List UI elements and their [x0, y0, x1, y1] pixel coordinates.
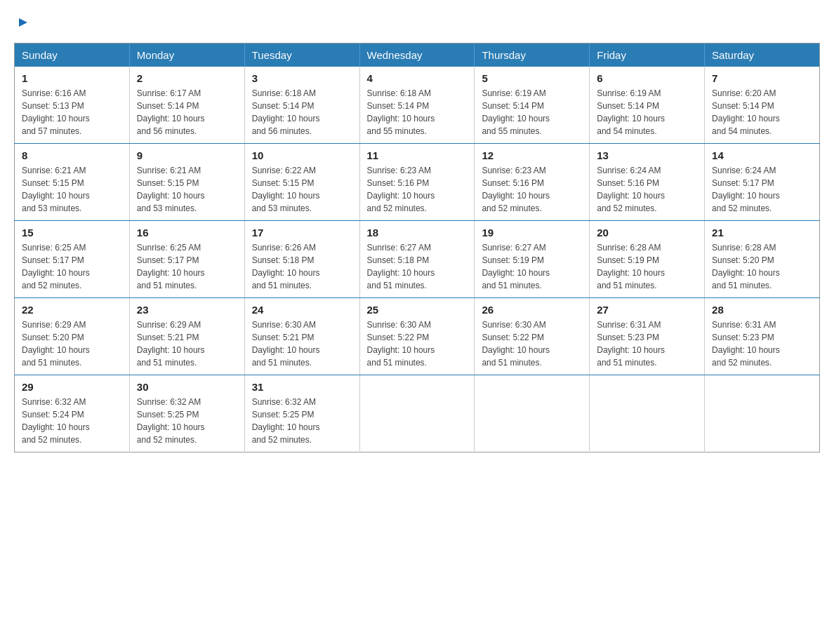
- day-number: 9: [137, 149, 237, 161]
- calendar-cell: 10 Sunrise: 6:22 AMSunset: 5:15 PMDaylig…: [244, 144, 359, 221]
- day-info: Sunrise: 6:18 AMSunset: 5:14 PMDaylight:…: [367, 88, 435, 136]
- day-number: 4: [367, 72, 468, 84]
- day-number: 28: [712, 304, 812, 316]
- calendar-cell: [475, 375, 590, 452]
- day-info: Sunrise: 6:24 AMSunset: 5:16 PMDaylight:…: [597, 166, 665, 213]
- logo-arrow-icon: [16, 15, 30, 32]
- day-info: Sunrise: 6:30 AMSunset: 5:22 PMDaylight:…: [367, 320, 435, 368]
- calendar-cell: 18 Sunrise: 6:27 AMSunset: 5:18 PMDaylig…: [359, 221, 475, 298]
- day-number: 17: [252, 227, 352, 239]
- weekday-header-row: SundayMondayTuesdayWednesdayThursdayFrid…: [15, 43, 820, 67]
- calendar-cell: 4 Sunrise: 6:18 AMSunset: 5:14 PMDayligh…: [359, 67, 475, 144]
- day-number: 22: [22, 304, 122, 316]
- header-tuesday: Tuesday: [244, 43, 359, 67]
- calendar-cell: 17 Sunrise: 6:26 AMSunset: 5:18 PMDaylig…: [244, 221, 359, 298]
- day-info: Sunrise: 6:23 AMSunset: 5:16 PMDaylight:…: [367, 166, 435, 213]
- calendar-cell: 24 Sunrise: 6:30 AMSunset: 5:21 PMDaylig…: [244, 298, 359, 375]
- svg-marker-0: [19, 18, 27, 27]
- day-info: Sunrise: 6:18 AMSunset: 5:14 PMDaylight:…: [252, 88, 320, 136]
- header-wednesday: Wednesday: [359, 43, 475, 67]
- day-number: 20: [597, 227, 697, 239]
- day-number: 11: [367, 149, 468, 161]
- day-number: 1: [22, 72, 122, 84]
- day-info: Sunrise: 6:27 AMSunset: 5:19 PMDaylight:…: [482, 243, 550, 290]
- day-number: 25: [367, 304, 468, 316]
- day-number: 5: [482, 72, 582, 84]
- week-row-3: 15 Sunrise: 6:25 AMSunset: 5:17 PMDaylig…: [15, 221, 820, 298]
- day-info: Sunrise: 6:25 AMSunset: 5:17 PMDaylight:…: [22, 243, 90, 290]
- day-number: 6: [597, 72, 697, 84]
- day-number: 26: [482, 304, 582, 316]
- calendar-cell: 5 Sunrise: 6:19 AMSunset: 5:14 PMDayligh…: [475, 67, 590, 144]
- calendar-cell: 29 Sunrise: 6:32 AMSunset: 5:24 PMDaylig…: [15, 375, 130, 452]
- week-row-1: 1 Sunrise: 6:16 AMSunset: 5:13 PMDayligh…: [15, 67, 820, 144]
- calendar-cell: 22 Sunrise: 6:29 AMSunset: 5:20 PMDaylig…: [15, 298, 130, 375]
- calendar-cell: 8 Sunrise: 6:21 AMSunset: 5:15 PMDayligh…: [15, 144, 130, 221]
- day-number: 15: [22, 227, 122, 239]
- header-saturday: Saturday: [705, 43, 820, 67]
- day-info: Sunrise: 6:32 AMSunset: 5:25 PMDaylight:…: [137, 397, 205, 445]
- calendar-cell: 13 Sunrise: 6:24 AMSunset: 5:16 PMDaylig…: [590, 144, 705, 221]
- day-info: Sunrise: 6:29 AMSunset: 5:21 PMDaylight:…: [137, 320, 205, 368]
- calendar-cell: 11 Sunrise: 6:23 AMSunset: 5:16 PMDaylig…: [359, 144, 475, 221]
- day-number: 30: [137, 381, 237, 393]
- calendar-cell: 16 Sunrise: 6:25 AMSunset: 5:17 PMDaylig…: [129, 221, 244, 298]
- header-monday: Monday: [129, 43, 244, 67]
- day-info: Sunrise: 6:21 AMSunset: 5:15 PMDaylight:…: [137, 166, 205, 213]
- calendar-table: SundayMondayTuesdayWednesdayThursdayFrid…: [14, 43, 820, 452]
- calendar-cell: [590, 375, 705, 452]
- day-number: 29: [22, 381, 122, 393]
- calendar-cell: 15 Sunrise: 6:25 AMSunset: 5:17 PMDaylig…: [15, 221, 130, 298]
- day-info: Sunrise: 6:31 AMSunset: 5:23 PMDaylight:…: [712, 320, 780, 368]
- day-info: Sunrise: 6:32 AMSunset: 5:24 PMDaylight:…: [22, 397, 90, 445]
- calendar-cell: 3 Sunrise: 6:18 AMSunset: 5:14 PMDayligh…: [244, 67, 359, 144]
- calendar-cell: 21 Sunrise: 6:28 AMSunset: 5:20 PMDaylig…: [705, 221, 820, 298]
- day-info: Sunrise: 6:30 AMSunset: 5:22 PMDaylight:…: [482, 320, 550, 368]
- header-sunday: Sunday: [15, 43, 130, 67]
- calendar-cell: 6 Sunrise: 6:19 AMSunset: 5:14 PMDayligh…: [590, 67, 705, 144]
- calendar-cell: 28 Sunrise: 6:31 AMSunset: 5:23 PMDaylig…: [705, 298, 820, 375]
- day-info: Sunrise: 6:22 AMSunset: 5:15 PMDaylight:…: [252, 166, 320, 213]
- day-number: 3: [252, 72, 352, 84]
- calendar-cell: 1 Sunrise: 6:16 AMSunset: 5:13 PMDayligh…: [15, 67, 130, 144]
- calendar-cell: [705, 375, 820, 452]
- day-number: 7: [712, 72, 812, 84]
- day-number: 23: [137, 304, 237, 316]
- day-info: Sunrise: 6:19 AMSunset: 5:14 PMDaylight:…: [597, 88, 665, 136]
- week-row-2: 8 Sunrise: 6:21 AMSunset: 5:15 PMDayligh…: [15, 144, 820, 221]
- calendar-cell: 9 Sunrise: 6:21 AMSunset: 5:15 PMDayligh…: [129, 144, 244, 221]
- day-info: Sunrise: 6:28 AMSunset: 5:19 PMDaylight:…: [597, 243, 665, 290]
- day-info: Sunrise: 6:24 AMSunset: 5:17 PMDaylight:…: [712, 166, 780, 213]
- day-info: Sunrise: 6:21 AMSunset: 5:15 PMDaylight:…: [22, 166, 90, 213]
- day-info: Sunrise: 6:17 AMSunset: 5:14 PMDaylight:…: [137, 88, 205, 136]
- day-info: Sunrise: 6:25 AMSunset: 5:17 PMDaylight:…: [137, 243, 205, 290]
- calendar-cell: 23 Sunrise: 6:29 AMSunset: 5:21 PMDaylig…: [129, 298, 244, 375]
- logo: [14, 14, 30, 32]
- calendar-cell: 20 Sunrise: 6:28 AMSunset: 5:19 PMDaylig…: [590, 221, 705, 298]
- day-number: 24: [252, 304, 352, 316]
- day-number: 14: [712, 149, 812, 161]
- day-info: Sunrise: 6:30 AMSunset: 5:21 PMDaylight:…: [252, 320, 320, 368]
- page-header: [14, 14, 820, 32]
- day-info: Sunrise: 6:29 AMSunset: 5:20 PMDaylight:…: [22, 320, 90, 368]
- calendar-cell: 31 Sunrise: 6:32 AMSunset: 5:25 PMDaylig…: [244, 375, 359, 452]
- day-info: Sunrise: 6:19 AMSunset: 5:14 PMDaylight:…: [482, 88, 550, 136]
- day-info: Sunrise: 6:32 AMSunset: 5:25 PMDaylight:…: [252, 397, 320, 445]
- calendar-cell: [359, 375, 475, 452]
- calendar-cell: 12 Sunrise: 6:23 AMSunset: 5:16 PMDaylig…: [475, 144, 590, 221]
- day-number: 2: [137, 72, 237, 84]
- day-number: 27: [597, 304, 697, 316]
- calendar-cell: 14 Sunrise: 6:24 AMSunset: 5:17 PMDaylig…: [705, 144, 820, 221]
- day-number: 21: [712, 227, 812, 239]
- day-info: Sunrise: 6:28 AMSunset: 5:20 PMDaylight:…: [712, 243, 780, 290]
- calendar-cell: 25 Sunrise: 6:30 AMSunset: 5:22 PMDaylig…: [359, 298, 475, 375]
- calendar-cell: 26 Sunrise: 6:30 AMSunset: 5:22 PMDaylig…: [475, 298, 590, 375]
- day-info: Sunrise: 6:31 AMSunset: 5:23 PMDaylight:…: [597, 320, 665, 368]
- day-info: Sunrise: 6:27 AMSunset: 5:18 PMDaylight:…: [367, 243, 435, 290]
- day-info: Sunrise: 6:16 AMSunset: 5:13 PMDaylight:…: [22, 88, 90, 136]
- day-number: 31: [252, 381, 352, 393]
- calendar-cell: 7 Sunrise: 6:20 AMSunset: 5:14 PMDayligh…: [705, 67, 820, 144]
- day-number: 10: [252, 149, 352, 161]
- day-number: 16: [137, 227, 237, 239]
- day-info: Sunrise: 6:26 AMSunset: 5:18 PMDaylight:…: [252, 243, 320, 290]
